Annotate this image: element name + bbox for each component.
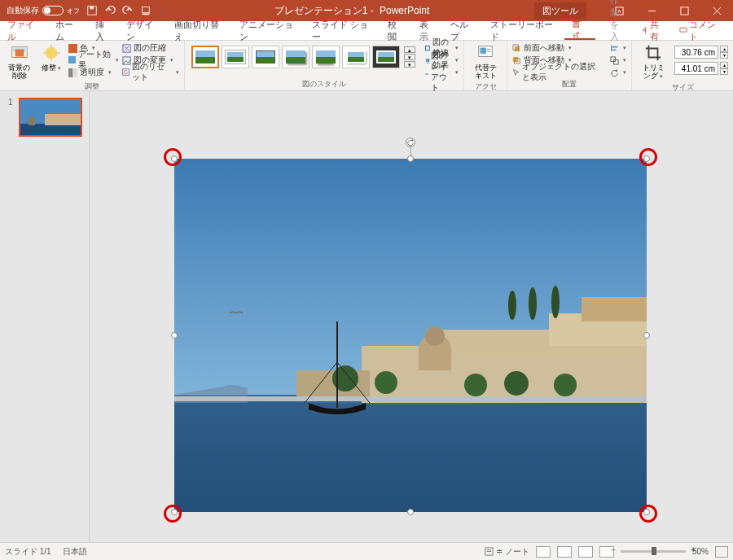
- spin-down-icon[interactable]: ▾: [720, 52, 728, 59]
- width-input[interactable]: 41.01 cm ▴▾: [673, 62, 728, 75]
- corrections-button[interactable]: 修整: [37, 42, 65, 74]
- style-thumb-6[interactable]: [342, 46, 370, 68]
- height-input[interactable]: 30.76 cm ▴▾: [673, 46, 728, 59]
- rotate-handle[interactable]: [406, 138, 415, 147]
- contextual-tab-label: 図ツール: [534, 2, 586, 20]
- svg-rect-54: [362, 346, 647, 403]
- gallery-scroll[interactable]: ▴▾▾: [404, 46, 417, 68]
- tab-home[interactable]: ホーム: [48, 21, 88, 40]
- svg-rect-41: [612, 46, 617, 47]
- svg-rect-20: [68, 44, 77, 53]
- svg-rect-36: [515, 46, 520, 50]
- transparency-button[interactable]: 透明度: [68, 67, 119, 78]
- spin-down-icon[interactable]: ▾: [720, 68, 728, 75]
- tab-animations[interactable]: アニメーション: [232, 21, 305, 40]
- sorter-view-button[interactable]: [557, 546, 572, 558]
- bring-forward-button[interactable]: 前面へ移動: [512, 42, 604, 54]
- svg-point-62: [464, 374, 487, 396]
- reset-picture-button[interactable]: 図のリセット: [122, 67, 179, 78]
- from-beginning-icon[interactable]: [140, 5, 151, 16]
- slide-thumbnail-pane[interactable]: 1: [0, 91, 90, 542]
- compress-picture-button[interactable]: 図の圧縮: [122, 42, 179, 54]
- group-size: トリミング 30.76 cm ▴▾ 41.01 cm ▴▾ サイズ: [632, 41, 733, 90]
- svg-point-15: [45, 47, 57, 59]
- artistic-effects-button[interactable]: アート効果: [68, 55, 119, 66]
- window-title: プレゼンテーション1 - PowerPoint: [169, 4, 534, 18]
- style-thumb-3[interactable]: [252, 46, 279, 68]
- style-thumb-7[interactable]: [372, 46, 400, 68]
- group-arrange: 前面へ移動 背面へ移動 オブジェクトの選択と表示 配置: [507, 41, 632, 90]
- reading-view-button[interactable]: [578, 546, 593, 558]
- resize-handle-l[interactable]: [171, 332, 178, 339]
- remove-background-button[interactable]: 背景の 削除: [5, 42, 33, 81]
- tab-slideshow[interactable]: スライド ショー: [305, 21, 380, 40]
- style-thumb-5[interactable]: [312, 46, 340, 68]
- autosave-toggle[interactable]: 自動保存 オフ: [7, 5, 80, 16]
- slide-thumbnail-1[interactable]: [19, 98, 82, 137]
- zoom-slider-thumb[interactable]: [652, 547, 656, 555]
- crop-button[interactable]: トリミング: [637, 42, 669, 82]
- svg-point-64: [554, 374, 577, 396]
- svg-rect-1: [90, 7, 93, 10]
- svg-point-67: [551, 286, 560, 318]
- picture-content: [174, 159, 647, 512]
- svg-rect-2: [143, 7, 150, 13]
- redo-icon[interactable]: [122, 5, 134, 16]
- language-status[interactable]: 日本語: [63, 546, 87, 558]
- rotate-button[interactable]: [610, 67, 626, 78]
- alt-text-button[interactable]: 代替テ キスト: [469, 42, 502, 81]
- resize-handle-br[interactable]: [643, 509, 650, 515]
- tab-file[interactable]: ファイル: [0, 21, 48, 40]
- tab-insert[interactable]: 挿入: [88, 21, 120, 40]
- selected-image[interactable]: [174, 159, 647, 512]
- style-thumb-2[interactable]: [222, 46, 249, 68]
- style-thumb-1[interactable]: [191, 46, 219, 68]
- lightbulb-icon: [604, 26, 604, 36]
- slide-counter[interactable]: スライド 1/1: [5, 546, 51, 558]
- group-objects-button[interactable]: [610, 55, 626, 66]
- resize-handle-tl[interactable]: [171, 155, 178, 162]
- style-thumb-4[interactable]: [282, 46, 309, 68]
- remove-bg-label: 背景の 削除: [8, 63, 30, 80]
- tell-me-search[interactable]: 実行したい作業を入力してください: [595, 21, 635, 40]
- slide-editor[interactable]: [90, 91, 733, 542]
- normal-view-button[interactable]: [536, 546, 551, 558]
- picture-styles-gallery[interactable]: ▴▾▾: [190, 42, 419, 72]
- chevron-up-icon[interactable]: ▴: [404, 46, 415, 53]
- tab-design[interactable]: デザイン: [119, 21, 167, 40]
- comment-icon: [679, 26, 687, 35]
- slide-number: 1: [8, 98, 16, 107]
- save-icon[interactable]: [86, 5, 98, 16]
- resize-handle-t[interactable]: [407, 155, 414, 162]
- compress-label: 図の圧縮: [134, 43, 166, 54]
- qat-more-icon[interactable]: [158, 6, 163, 15]
- tab-storyboard[interactable]: ストーリーボード: [483, 21, 564, 40]
- more-icon[interactable]: ▾: [404, 61, 415, 68]
- tab-review[interactable]: 校閲: [380, 21, 412, 40]
- resize-handle-b[interactable]: [407, 509, 414, 515]
- fit-to-window-button[interactable]: [715, 546, 728, 558]
- align-button[interactable]: [610, 42, 626, 54]
- spin-up-icon[interactable]: ▴: [720, 46, 728, 52]
- group-adjust-label: 調整: [5, 81, 179, 91]
- svg-rect-23: [73, 68, 78, 77]
- status-bar: スライド 1/1 日本語 ≑ノート 50%: [0, 542, 733, 560]
- selection-pane-button[interactable]: オブジェクトの選択と表示: [512, 67, 604, 78]
- resize-handle-tr[interactable]: [643, 155, 650, 162]
- tab-transitions[interactable]: 画面切り替え: [167, 21, 231, 40]
- undo-icon[interactable]: [104, 5, 116, 16]
- group-adjust: 背景の 削除 修整 色 アート効果 透明度 図の圧縮 図の変更 図のリセット 調…: [0, 41, 185, 90]
- resize-handle-r[interactable]: [643, 332, 650, 339]
- svg-rect-22: [68, 68, 73, 77]
- notes-button[interactable]: ≑ノート: [485, 546, 529, 558]
- svg-rect-50: [29, 117, 35, 125]
- zoom-slider[interactable]: [621, 550, 686, 553]
- chevron-down-icon[interactable]: ▾: [404, 54, 415, 60]
- picture-layout-button[interactable]: 図のレイアウト: [425, 67, 459, 78]
- svg-point-66: [529, 287, 537, 320]
- svg-rect-42: [612, 49, 617, 50]
- spin-up-icon[interactable]: ▴: [720, 62, 728, 68]
- tab-format[interactable]: 書式: [564, 21, 596, 40]
- resize-handle-bl[interactable]: [171, 509, 178, 515]
- svg-rect-11: [680, 28, 687, 32]
